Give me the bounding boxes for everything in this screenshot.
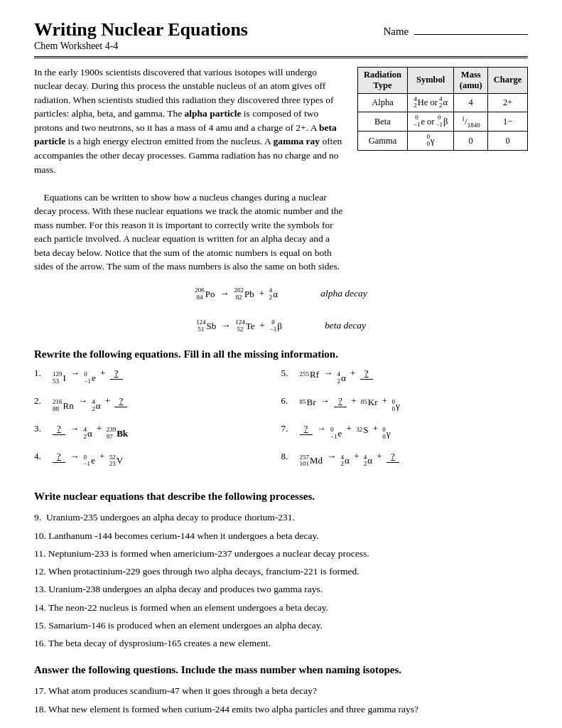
problem-2: 2. 21688Rn → 42α + ? — [34, 395, 281, 413]
radiation-table: RadiationType Symbol Mass(amu) Charge Al… — [357, 67, 528, 151]
list-item: 14. The neon-22 nucleus is formed when a… — [34, 600, 528, 616]
list-item: 11. Neptunium-233 is formed when americi… — [34, 546, 528, 562]
answer-questions: 17. What atom produces scandium-47 when … — [34, 683, 528, 717]
problem-7: 7. ? → 0−1e + 32S + 00γ — [281, 423, 529, 441]
section2-heading: Write nuclear equations that describe th… — [34, 491, 528, 503]
list-item: 17. What atom produces scandium-47 when … — [34, 683, 528, 699]
word-problems: 9. Uranium-235 undergoes an alpha decay … — [34, 510, 528, 651]
name-field: Name — [383, 26, 528, 38]
divider — [34, 56, 528, 58]
list-item: 18. What new element is formed when curi… — [34, 702, 528, 717]
section1-heading: Rewrite the following equations. Fill in… — [34, 348, 528, 360]
problem-3: 3. ? → 42α + 23997Bk — [34, 423, 281, 441]
problem-5: 5. 255Rf → 42α + ? — [281, 368, 529, 385]
table-row: Beta 0−1e or 0−1β 1/1840 1− — [358, 112, 528, 132]
page-title: Writing Nuclear Equations — [34, 20, 248, 41]
problem-6: 6. 85Br → ? + 85Kr + 00γ — [281, 395, 529, 413]
col-symbol: Symbol — [407, 67, 453, 93]
table-row: Gamma 00γ 0 0 — [358, 132, 528, 151]
intro-text: In the early 1900s scientists discovered… — [34, 65, 346, 274]
list-item: 12. When protactinium-229 goes through t… — [34, 564, 528, 579]
list-item: 16. The beta decay of dysprosium-165 cre… — [34, 636, 528, 651]
list-item: 13. Uranium-238 undergoes an alpha decay… — [34, 582, 528, 597]
problem-4: 4. ? → 0−1e + 5223V — [34, 451, 281, 469]
list-item: 9. Uranium-235 undergoes an alpha decay … — [34, 510, 528, 525]
list-item: 10. Lanthanum -144 becomes cerium-144 wh… — [34, 528, 528, 544]
list-item: 15. Samarium-146 is produced when an ele… — [34, 618, 528, 633]
col-charge: Charge — [488, 67, 528, 93]
problem-1: 1. 12953I → 0−1e + ? — [34, 368, 281, 385]
col-mass: Mass(amu) — [454, 67, 488, 93]
subtitle: Chem Worksheet 4-4 — [34, 41, 248, 52]
table-row: Alpha 42He or 42α 4 2+ — [358, 93, 528, 112]
problems-grid: 1. 12953I → 0−1e + ? 5. 255Rf → 42α + ? … — [34, 368, 528, 478]
name-underline[interactable] — [414, 34, 528, 35]
intro-section: In the early 1900s scientists discovered… — [34, 65, 528, 274]
col-radiation-type: RadiationType — [358, 67, 408, 93]
example-equations: 20684Po → 20282Pb + 42α alpha decay 1245… — [34, 284, 528, 336]
section3-heading: Answer the following questions. Include … — [34, 664, 528, 676]
problem-8: 8. 257101Md → 42α + 42α + ? — [281, 451, 529, 469]
